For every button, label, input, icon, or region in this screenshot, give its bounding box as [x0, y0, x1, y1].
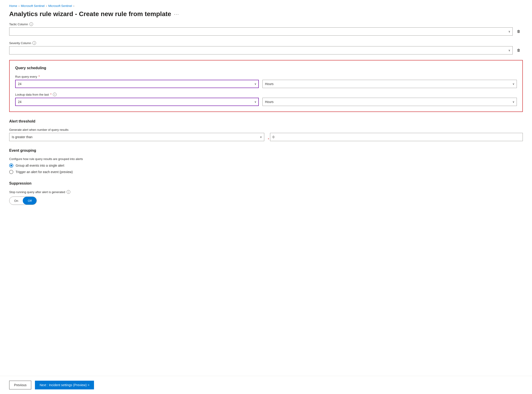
radio-group-all-events-dot [10, 165, 12, 166]
suppression-title: Suppression [9, 181, 523, 186]
severity-info-icon[interactable]: i [32, 41, 36, 45]
alert-threshold-title: Alert threshold [9, 119, 523, 124]
threshold-value-group: * 0 [268, 133, 523, 141]
run-query-required-star: * [38, 75, 40, 78]
radio-trigger-each-event-label: Trigger an alert for each event (preview… [16, 170, 73, 174]
lookup-data-label: Lookup data from the last * i [15, 93, 259, 96]
breadcrumb: Home › Microsoft Sentinel › Microsoft Se… [0, 0, 532, 10]
next-button[interactable]: Next : Incident settings (Preview) > [35, 381, 94, 389]
breadcrumb-sep-1: › [19, 4, 20, 8]
lookup-data-required-star: * [50, 93, 52, 96]
tactic-column-select[interactable] [9, 27, 513, 36]
main-content: Tactic Column i ∨ 🗑 Severity Column i [0, 22, 532, 223]
suppression-toggle-wrapper: On Off [9, 197, 523, 205]
severity-column-label: Severity Column i [9, 41, 523, 45]
threshold-condition-wrapper: Is greater than Is less than Is equal to… [9, 133, 264, 141]
lookup-data-row: Lookup data from the last * i 24 ∨ Hours… [15, 93, 517, 106]
footer: Previous Next : Incident settings (Previ… [0, 376, 532, 394]
suppression-subtitle-row: Stop running query after alert is genera… [9, 190, 523, 194]
run-query-hours-wrapper: Hours Minutes Days ∨ [263, 80, 517, 88]
lookup-data-hours-wrapper: Hours Minutes Days ∨ [263, 98, 517, 106]
lookup-data-field: Lookup data from the last * i 24 ∨ [15, 93, 259, 106]
toggle-off-label: Off [23, 199, 36, 202]
suppression-info-icon[interactable]: i [67, 190, 70, 194]
suppression-toggle[interactable]: On Off [9, 197, 37, 205]
threshold-value-required-star: * [268, 137, 269, 141]
tactic-column-group: Tactic Column i ∨ 🗑 [9, 22, 523, 36]
breadcrumb-home[interactable]: Home [9, 4, 17, 8]
severity-column-row: ∨ 🗑 [9, 46, 523, 54]
severity-column-dropdown-wrapper: ∨ [9, 46, 513, 54]
breadcrumb-sentinel-2[interactable]: Microsoft Sentinel [48, 4, 72, 8]
suppression-section: Suppression Stop running query after ale… [9, 181, 523, 205]
event-grouping-title: Event grouping [9, 149, 523, 153]
tactic-column-label: Tactic Column i [9, 22, 523, 26]
severity-trash-icon: 🗑 [517, 48, 521, 52]
threshold-value-wrapper: 0 [270, 133, 523, 141]
lookup-data-number-wrapper: 24 ∨ [15, 98, 259, 106]
radio-group-all-events-input[interactable] [9, 163, 13, 168]
ellipsis-button[interactable]: ··· [174, 11, 179, 17]
page-title-container: Analytics rule wizard - Create new rule … [0, 10, 532, 22]
breadcrumb-sentinel-1[interactable]: Microsoft Sentinel [21, 4, 45, 8]
alert-threshold-section: Alert threshold Generate alert when numb… [9, 119, 523, 141]
trash-icon: 🗑 [517, 29, 521, 34]
run-query-label: Run query every * [15, 75, 259, 78]
tactic-info-icon[interactable]: i [29, 22, 33, 26]
lookup-data-hours-select[interactable]: Hours Minutes Days [263, 98, 517, 106]
breadcrumb-sep-3: › [73, 4, 74, 8]
radio-trigger-each-event[interactable]: Trigger an alert for each event (preview… [9, 170, 523, 174]
run-query-number-wrapper: 24 ∨ [15, 80, 259, 88]
breadcrumb-sep-2: › [46, 4, 47, 8]
severity-column-delete-button[interactable]: 🗑 [515, 46, 523, 54]
threshold-condition-select[interactable]: Is greater than Is less than Is equal to [9, 133, 264, 141]
threshold-generate-label: Generate alert when number of query resu… [9, 128, 264, 131]
severity-column-group: Severity Column i ∨ 🗑 [9, 41, 523, 54]
previous-button[interactable]: Previous [9, 381, 31, 389]
run-query-row: Run query every * 24 ∨ Hours Minutes Day… [15, 75, 517, 88]
tactic-column-dropdown-wrapper: ∨ [9, 27, 513, 36]
severity-column-select[interactable] [9, 46, 513, 54]
run-query-field: Run query every * 24 ∨ [15, 75, 259, 88]
tactic-column-row: ∨ 🗑 [9, 27, 523, 36]
run-query-hours-select[interactable]: Hours Minutes Days [263, 80, 517, 88]
event-grouping-subtitle: Configure how rule query results are gro… [9, 157, 523, 161]
lookup-data-number-input[interactable]: 24 [15, 98, 259, 106]
lookup-data-info-icon[interactable]: i [53, 93, 57, 96]
tactic-column-delete-button[interactable]: 🗑 [515, 27, 523, 36]
toggle-on-label: On [10, 199, 23, 202]
event-grouping-radio-group: Group all events into a single alert Tri… [9, 163, 523, 174]
event-grouping-section: Event grouping Configure how rule query … [9, 149, 523, 174]
radio-group-all-events[interactable]: Group all events into a single alert [9, 163, 523, 168]
run-query-number-input[interactable]: 24 [15, 80, 259, 88]
query-scheduling-title: Query scheduling [15, 66, 517, 70]
page-title: Analytics rule wizard - Create new rule … [9, 10, 171, 18]
radio-trigger-each-event-input[interactable] [9, 170, 13, 174]
radio-group-all-events-label: Group all events into a single alert [16, 164, 64, 167]
threshold-value-input[interactable]: 0 [270, 133, 523, 141]
threshold-condition-group: Generate alert when number of query resu… [9, 128, 264, 141]
alert-threshold-row: Generate alert when number of query resu… [9, 128, 523, 141]
query-scheduling-section: Query scheduling Run query every * 24 ∨ … [9, 60, 523, 112]
